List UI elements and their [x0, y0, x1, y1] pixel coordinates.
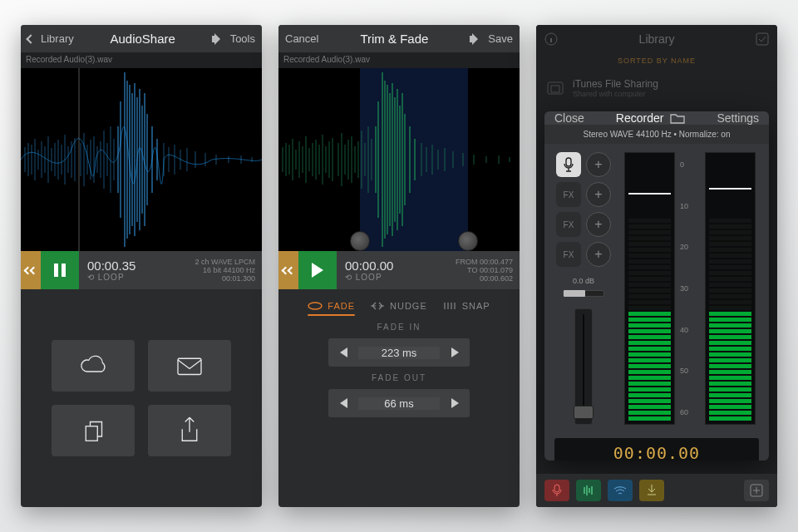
tools-button[interactable]: Tools — [230, 32, 255, 45]
fade-in-increment[interactable] — [440, 347, 470, 357]
bottom-toolbar — [536, 474, 777, 507]
volume-icon[interactable] — [470, 34, 483, 44]
back-label: Library — [41, 32, 74, 45]
svg-rect-115 — [566, 158, 571, 166]
play-button[interactable] — [298, 251, 337, 289]
add-input-button[interactable]: + — [586, 152, 611, 177]
back-button[interactable]: Library — [27, 32, 74, 45]
range-info: FROM 00:00.477 TO 00:01.079 00:00.602 — [449, 251, 520, 289]
cancel-button[interactable]: Cancel — [285, 32, 318, 45]
input-mic-button[interactable] — [556, 152, 581, 177]
rewind-button[interactable] — [278, 251, 298, 289]
navbar: Cancel Trim & Fade Save — [278, 25, 520, 53]
svg-rect-114 — [551, 86, 559, 92]
fade-in-value[interactable]: 223 ms — [358, 347, 440, 359]
library-title: Library — [639, 32, 675, 46]
format-info: 2 ch WAVE LPCM 16 bit 44100 Hz 00:01.300 — [188, 251, 262, 289]
recorder-panel: Close Recorder Settings Stereo WAVE 4410… — [544, 111, 769, 461]
pause-button[interactable] — [41, 251, 79, 289]
trim-handle-left[interactable] — [350, 231, 370, 251]
gain-readout: 0.0 dB — [573, 277, 594, 285]
waveform-icon — [278, 68, 520, 251]
plus-icon — [750, 484, 763, 497]
fx-slot-3[interactable]: FX — [556, 242, 581, 267]
fade-out-label: FADE OUT — [372, 373, 426, 382]
toolbar-import[interactable] — [639, 480, 664, 501]
trim-handle-right[interactable] — [458, 231, 478, 251]
cloud-button[interactable] — [52, 340, 135, 392]
fade-out-value[interactable]: 66 ms — [358, 397, 440, 410]
svg-rect-112 — [756, 33, 768, 45]
mode-fade[interactable]: FADE — [308, 301, 355, 311]
fade-in-label: FADE IN — [377, 323, 421, 332]
mic-icon — [551, 484, 563, 497]
info-icon[interactable] — [544, 32, 558, 46]
fade-out-stepper: 66 ms — [328, 389, 470, 417]
mail-button[interactable] — [148, 340, 231, 392]
rewind-button[interactable] — [21, 251, 41, 289]
toolbar-record[interactable] — [544, 480, 569, 501]
toolbar-library[interactable] — [576, 480, 601, 501]
fade-in-decrement[interactable] — [328, 347, 358, 357]
add-fx-1[interactable]: + — [586, 182, 611, 207]
fx-slot-2[interactable]: FX — [556, 212, 581, 237]
level-meters: 010 2030 4050 60 — [621, 152, 759, 425]
navbar: Library AudioShare Tools — [21, 25, 262, 53]
close-button[interactable]: Close — [554, 111, 584, 125]
share-icon — [172, 413, 207, 448]
meter-left — [624, 152, 675, 425]
chevron-left-icon — [26, 34, 35, 43]
loop-label[interactable]: LOOP — [98, 273, 125, 282]
filename-label: Recorded Audio(3).wav — [21, 53, 262, 68]
fx-column: + FX+ FX+ FX+ 0.0 dB — [554, 152, 613, 425]
nudge-icon — [370, 302, 385, 310]
waveform-view[interactable] — [21, 68, 262, 251]
record-time: 00:00.00 — [554, 438, 759, 461]
meter-scale: 010 2030 4050 60 — [680, 152, 700, 425]
waveform-view[interactable] — [278, 68, 520, 251]
share-button[interactable] — [148, 405, 231, 456]
volume-icon[interactable] — [212, 34, 225, 44]
fade-out-increment[interactable] — [440, 398, 470, 408]
loop-label[interactable]: LOOP — [356, 273, 382, 282]
fade-in-stepper: 223 ms — [328, 338, 470, 367]
screen-trim-fade: Cancel Trim & Fade Save Recorded Audio(3… — [278, 25, 520, 507]
screen-title: Trim & Fade — [360, 32, 428, 46]
transport-bar: 00:00.35 ⟲ LOOP 2 ch WAVE LPCM 16 bit 44… — [21, 251, 262, 289]
recorder-title: Recorder — [616, 111, 664, 125]
download-icon — [646, 484, 658, 497]
screen-recorder: Library SORTED BY NAME iTunes File Shari… — [536, 25, 777, 507]
gain-slider[interactable] — [563, 290, 604, 297]
copy-button[interactable] — [52, 405, 135, 456]
sort-label: SORTED BY NAME — [536, 57, 777, 65]
input-fader[interactable] — [574, 308, 593, 425]
fx-slot-1[interactable]: FX — [556, 182, 581, 207]
checkbox-icon[interactable] — [756, 32, 769, 46]
settings-button[interactable]: Settings — [717, 111, 759, 125]
toolbar-wifi[interactable] — [608, 480, 633, 501]
svg-rect-54 — [178, 358, 201, 374]
waveform-icon — [582, 484, 595, 497]
svg-rect-116 — [554, 485, 559, 492]
transport-bar: 00:00.00 ⟲ LOOP FROM 00:00.477 TO 00:01.… — [278, 251, 520, 289]
fade-out-decrement[interactable] — [328, 398, 358, 408]
snap-icon — [442, 302, 457, 310]
folder-icon[interactable] — [670, 112, 685, 124]
mic-icon — [563, 157, 574, 172]
save-button[interactable]: Save — [488, 32, 513, 45]
recorder-format-info: Stereo WAVE 44100 Hz • Normalize: on — [544, 125, 769, 144]
waveform-icon — [21, 68, 262, 251]
toolbar-add[interactable] — [744, 480, 769, 501]
cloud-icon — [76, 348, 111, 383]
add-fx-3[interactable]: + — [586, 242, 611, 267]
action-grid — [21, 289, 262, 507]
folder-sync-icon — [546, 79, 564, 97]
svg-point-108 — [308, 303, 322, 309]
mode-snap[interactable]: SNAP — [442, 301, 490, 311]
wifi-icon — [613, 485, 627, 495]
mode-nudge[interactable]: NUDGE — [370, 301, 427, 311]
add-fx-2[interactable]: + — [586, 212, 611, 237]
svg-rect-55 — [86, 426, 97, 441]
mail-icon — [172, 348, 207, 383]
meter-right — [705, 152, 756, 425]
